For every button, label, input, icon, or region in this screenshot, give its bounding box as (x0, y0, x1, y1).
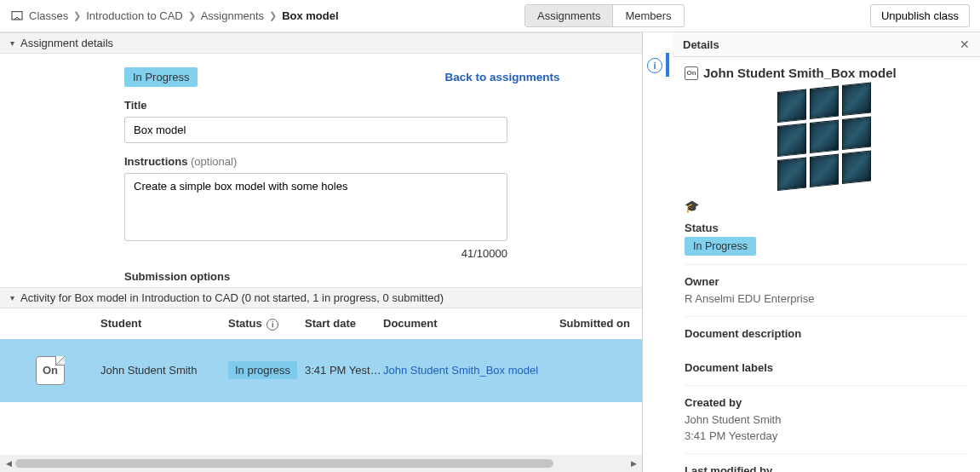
title-input[interactable] (124, 117, 507, 143)
status-badge: In Progress (124, 67, 198, 87)
breadcrumb-current: Box model (282, 9, 338, 22)
chevron-right-icon: ❯ (188, 10, 196, 21)
breadcrumb-classes[interactable]: Classes (29, 9, 68, 22)
chevron-right-icon: ❯ (269, 10, 277, 21)
horizontal-scrollbar[interactable]: ◀ ▶ (0, 455, 642, 472)
section-activity-header[interactable]: ▾ Activity for Box model in Introduction… (0, 287, 642, 308)
graduation-cap-icon: 🎓 (685, 199, 968, 213)
details-panel: Details ✕ On John Student Smith_Box mode… (673, 32, 980, 472)
scroll-thumb[interactable] (15, 459, 553, 468)
optional-text: (optional) (191, 155, 237, 168)
tab-members[interactable]: Members (612, 5, 683, 26)
table-header: Student Status i Start date Document Sub… (0, 308, 642, 339)
submission-options-label: Submission options (124, 270, 507, 283)
cell-status-badge: In progress (228, 361, 297, 379)
chevron-down-icon: ▾ (7, 38, 17, 48)
created-at-value: 3:41 PM Yesterday (685, 428, 968, 445)
owner-label: Owner (685, 275, 968, 288)
breadcrumb-assignments[interactable]: Assignments (201, 9, 264, 22)
doc-title: John Student Smith_Box model (703, 66, 897, 80)
scroll-track[interactable] (15, 458, 627, 469)
instructions-label: Instructions (optional) (124, 155, 507, 168)
document-icon: On (36, 356, 65, 385)
chevron-right-icon: ❯ (73, 10, 81, 21)
status-value-badge: In Progress (685, 237, 756, 256)
doc-title-row: On John Student Smith_Box model (685, 66, 968, 80)
info-icon[interactable]: i (647, 58, 662, 73)
info-icon[interactable]: i (266, 319, 278, 331)
assignment-details-body: In Progress Back to assignments Title In… (0, 54, 642, 287)
back-to-assignments-link[interactable]: Back to assignments (444, 71, 559, 83)
document-icon: On (685, 66, 698, 80)
chevron-down-icon: ▾ (7, 293, 17, 302)
section-title: Activity for Box model in Introduction t… (20, 291, 444, 304)
header-start-date: Start date (305, 317, 383, 331)
section-title: Assignment details (20, 37, 113, 49)
created-by-value: John Student Smith (685, 412, 968, 429)
created-by-label: Created by (685, 396, 968, 409)
description-label: Document description (685, 327, 968, 340)
scroll-right-arrow[interactable]: ▶ (627, 459, 640, 468)
section-assignment-details-header[interactable]: ▾ Assignment details (0, 32, 642, 54)
breadcrumb: Classes ❯ Introduction to CAD ❯ Assignme… (10, 9, 339, 23)
scroll-left-arrow[interactable]: ◀ (2, 459, 15, 468)
title-label: Title (124, 99, 507, 112)
header-document: Document (383, 317, 545, 331)
header-status: Status i (228, 317, 305, 331)
tab-assignments[interactable]: Assignments (525, 5, 612, 26)
cell-document-link[interactable]: John Student Smith_Box model (383, 364, 538, 377)
owner-value: R Anselmi EDU Enterprise (685, 291, 968, 308)
instructions-textarea[interactable] (124, 173, 507, 241)
panel-title: Details (683, 38, 719, 51)
table-row[interactable]: On John Student Smith In progress 3:41 P… (0, 339, 642, 402)
cell-start-date: 3:41 PM Yeste... (305, 364, 383, 377)
status-label: Status (685, 222, 968, 234)
cell-student: John Student Smith (100, 364, 228, 377)
activity-body: Student Status i Start date Document Sub… (0, 308, 642, 472)
page-tabs: Assignments Members (524, 4, 685, 27)
top-bar: Classes ❯ Introduction to CAD ❯ Assignme… (0, 0, 980, 32)
header-student: Student (100, 317, 228, 331)
classes-icon (10, 9, 24, 23)
document-thumbnail (685, 87, 968, 189)
close-icon[interactable]: ✕ (960, 37, 970, 51)
char-count: 41/10000 (124, 247, 507, 260)
unpublish-button[interactable]: Unpublish class (870, 4, 970, 27)
modified-by-label: Last modified by (685, 464, 968, 473)
breadcrumb-class[interactable]: Introduction to CAD (86, 9, 182, 22)
svg-rect-0 (12, 11, 22, 19)
labels-label: Document labels (685, 361, 968, 374)
active-indicator (666, 53, 669, 77)
header-submitted-on: Submitted on (545, 317, 642, 331)
